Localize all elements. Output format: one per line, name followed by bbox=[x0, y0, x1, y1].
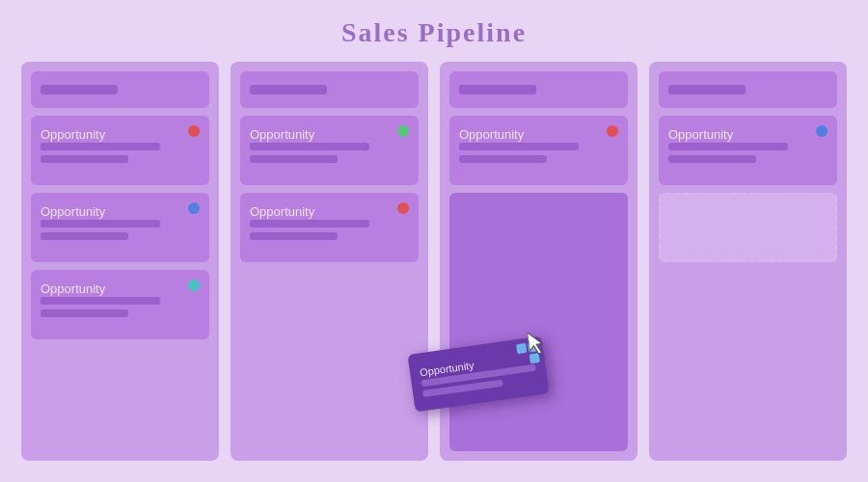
page-title: Sales Pipeline bbox=[0, 0, 868, 62]
card-2-2-dot bbox=[397, 202, 409, 214]
card-1-3-bar1 bbox=[41, 297, 160, 305]
column-4: Opportunity bbox=[649, 62, 847, 461]
card-4-1[interactable]: Opportunity bbox=[659, 116, 837, 185]
card-1-2[interactable]: Opportunity bbox=[31, 193, 209, 262]
card-2-1-dot bbox=[397, 125, 409, 137]
card-1-2-bar2 bbox=[41, 232, 128, 240]
column-1-header-bar bbox=[41, 85, 118, 94]
card-1-1-title: Opportunity bbox=[41, 127, 105, 142]
column-2-header-bar bbox=[250, 85, 327, 94]
column-1: Opportunity Opportunity Opportunity bbox=[21, 62, 219, 461]
card-2-2-bar2 bbox=[250, 232, 338, 240]
column-4-header-bar bbox=[668, 85, 746, 94]
card-4-1-bar2 bbox=[668, 155, 756, 163]
card-1-1-bar2 bbox=[41, 155, 128, 163]
drop-target[interactable] bbox=[659, 193, 837, 262]
card-1-3-title: Opportunity bbox=[41, 281, 105, 296]
column-3-header-bar bbox=[459, 85, 536, 94]
drag-icon-sq-1 bbox=[516, 343, 527, 354]
column-3-header bbox=[449, 71, 628, 108]
column-1-header bbox=[31, 71, 209, 108]
card-2-1[interactable]: Opportunity bbox=[240, 116, 419, 185]
card-4-1-title: Opportunity bbox=[668, 127, 733, 142]
card-4-1-dot bbox=[816, 125, 827, 137]
card-3-1-bar2 bbox=[459, 155, 547, 163]
card-3-1-title: Opportunity bbox=[459, 127, 524, 142]
card-2-1-bar1 bbox=[250, 143, 369, 150]
column-2: Opportunity Opportunity bbox=[231, 62, 428, 461]
card-1-3-bar2 bbox=[41, 309, 128, 317]
card-3-1-dot bbox=[607, 125, 618, 137]
card-1-2-dot bbox=[188, 202, 200, 214]
card-2-2[interactable]: Opportunity bbox=[240, 193, 419, 262]
column-3: Opportunity Opportunity bbox=[440, 62, 637, 461]
card-1-3-dot bbox=[188, 280, 200, 291]
card-2-1-bar2 bbox=[250, 155, 338, 163]
card-4-1-bar1 bbox=[668, 143, 788, 150]
card-3-1-bar1 bbox=[459, 143, 579, 150]
card-1-1-dot bbox=[188, 125, 200, 137]
drag-icon-sq-3 bbox=[518, 355, 529, 365]
card-2-2-bar1 bbox=[250, 220, 369, 228]
card-1-2-title: Opportunity bbox=[41, 204, 105, 219]
card-2-1-title: Opportunity bbox=[250, 127, 314, 142]
card-1-1-bar1 bbox=[41, 143, 160, 150]
card-3-1[interactable]: Opportunity bbox=[449, 116, 628, 185]
column-3-placeholder bbox=[449, 193, 628, 451]
column-2-header bbox=[240, 71, 419, 108]
card-2-2-title: Opportunity bbox=[250, 204, 314, 219]
cursor-icon bbox=[527, 329, 554, 359]
column-4-header bbox=[659, 71, 837, 108]
card-1-3[interactable]: Opportunity bbox=[31, 270, 209, 339]
card-1-1[interactable]: Opportunity bbox=[31, 116, 209, 185]
svg-marker-0 bbox=[527, 331, 543, 356]
kanban-board: Opportunity Opportunity Opportunity Oppo… bbox=[0, 62, 868, 476]
card-1-2-bar1 bbox=[41, 220, 160, 228]
